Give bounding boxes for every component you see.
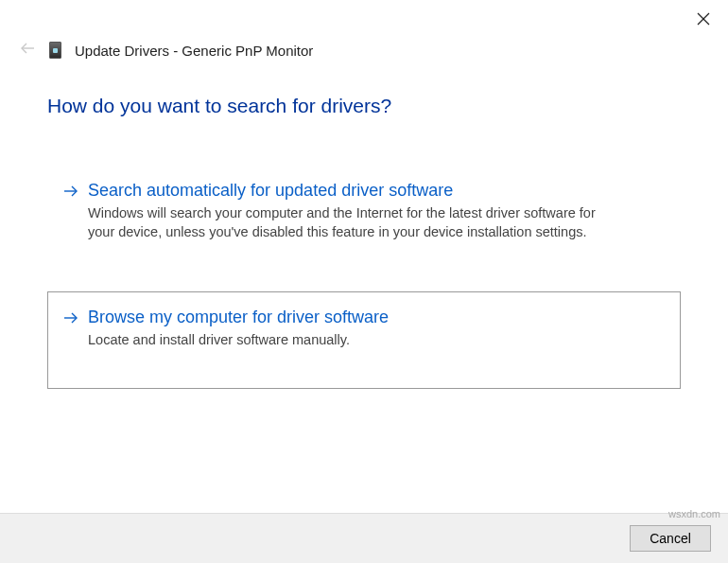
- titlebar: [0, 0, 728, 34]
- update-drivers-dialog: Update Drivers - Generic PnP Monitor How…: [0, 0, 728, 563]
- monitor-icon: [49, 42, 61, 59]
- arrow-right-icon: [63, 311, 78, 325]
- option-search-automatically[interactable]: Search automatically for updated driver …: [47, 165, 681, 259]
- option-browse-computer[interactable]: Browse my computer for driver software L…: [47, 291, 681, 389]
- close-button[interactable]: [690, 8, 717, 34]
- dialog-header: Update Drivers - Generic PnP Monitor: [0, 34, 728, 70]
- page-heading: How do you want to search for drivers?: [47, 95, 681, 117]
- back-arrow-icon: [20, 42, 35, 59]
- option-description: Locate and install driver software manua…: [88, 331, 617, 350]
- option-description: Windows will search your computer and th…: [88, 204, 617, 241]
- dialog-content: How do you want to search for drivers? S…: [0, 70, 728, 513]
- cancel-button[interactable]: Cancel: [630, 525, 711, 552]
- option-head: Browse my computer for driver software: [63, 308, 661, 327]
- close-icon: [697, 12, 710, 29]
- dialog-footer: Cancel: [0, 513, 728, 563]
- dialog-title: Update Drivers - Generic PnP Monitor: [75, 43, 313, 59]
- option-title: Browse my computer for driver software: [88, 308, 389, 327]
- option-head: Search automatically for updated driver …: [63, 181, 661, 201]
- back-button[interactable]: [19, 42, 36, 59]
- option-title: Search automatically for updated driver …: [88, 181, 453, 201]
- watermark: wsxdn.com: [668, 508, 720, 519]
- arrow-right-icon: [63, 185, 78, 198]
